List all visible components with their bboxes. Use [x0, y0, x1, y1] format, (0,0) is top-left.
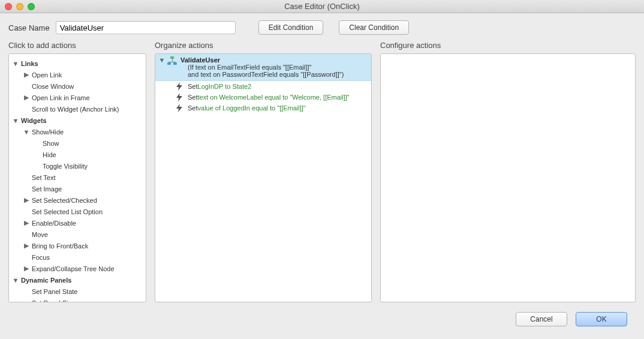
tree-item-focus[interactable]: Focus: [9, 251, 146, 263]
chevron-right-icon: ▶: [23, 220, 29, 226]
titlebar: Case Editor (OnClick): [0, 0, 644, 13]
lightning-icon: [176, 93, 183, 101]
case-name-input[interactable]: [56, 21, 236, 34]
dialog-footer: Cancel OK: [0, 308, 644, 332]
tree-item-scroll-to-widget[interactable]: Scroll to Widget (Anchor Link): [9, 103, 146, 115]
tree-item-expand-collapse[interactable]: ▶Expand/Collapse Tree Node: [9, 263, 146, 274]
tree-item-open-link[interactable]: ▶Open Link: [9, 69, 146, 80]
window-controls: [5, 3, 35, 10]
tree-item-set-panel-size[interactable]: Set Panel Size: [9, 297, 146, 302]
add-actions-header: Click to add actions: [8, 40, 146, 53]
window-title: Case Editor (OnClick): [0, 2, 644, 11]
tree-category-widgets[interactable]: ▼Widgets: [9, 115, 146, 126]
organize-actions-header: Organize actions: [155, 40, 372, 53]
action-row[interactable]: Set value of LoggedIn equal to "[[Email]…: [155, 103, 371, 113]
svg-marker-0: [176, 82, 182, 91]
svg-marker-1: [176, 93, 182, 101]
chevron-down-icon: ▼: [23, 129, 29, 135]
chevron-down-icon: ▼: [13, 118, 19, 124]
case-icon: [167, 56, 177, 65]
actions-tree: ▼Links ▶Open Link Close Window ▶Open Lin…: [9, 54, 146, 302]
tree-item-set-selected-list[interactable]: Set Selected List Option: [9, 206, 146, 217]
chevron-right-icon: ▶: [23, 266, 29, 272]
actions-tree-panel: ▼Links ▶Open Link Close Window ▶Open Lin…: [8, 53, 146, 302]
tree-item-show-hide[interactable]: ▼Show/Hide: [9, 126, 146, 137]
configure-actions-header: Configure actions: [380, 40, 636, 53]
chevron-down-icon: ▼: [13, 61, 19, 67]
chevron-right-icon: ▶: [23, 95, 29, 101]
chevron-right-icon: ▶: [23, 243, 29, 249]
lightning-icon: [176, 82, 183, 91]
cancel-button[interactable]: Cancel: [516, 312, 567, 326]
action-value: text on WelcomeLabel equal to "Welcome, …: [198, 94, 350, 101]
case-condition-line2: and text on PasswordTextField equals "[[…: [180, 71, 368, 78]
action-row[interactable]: Set text on WelcomeLabel equal to "Welco…: [155, 92, 371, 103]
tree-item-close-window[interactable]: Close Window: [9, 80, 146, 92]
zoom-window-icon[interactable]: [28, 3, 35, 10]
chevron-down-icon: ▼: [159, 57, 165, 63]
tree-category-links[interactable]: ▼Links: [9, 58, 146, 69]
tree-item-set-image[interactable]: Set Image: [9, 183, 146, 194]
tree-item-hide[interactable]: Hide: [9, 149, 146, 160]
close-window-icon[interactable]: [5, 3, 12, 10]
case-header-row: Case Name Edit Condition Clear Condition: [0, 13, 644, 40]
add-actions-column: Click to add actions ▼Links ▶Open Link C…: [8, 40, 146, 302]
tree-item-set-selected[interactable]: ▶Set Selected/Checked: [9, 194, 146, 206]
chevron-right-icon: ▶: [23, 72, 29, 78]
action-prefix: Set: [188, 104, 198, 112]
lightning-icon: [176, 104, 183, 112]
chevron-down-icon: ▼: [13, 277, 19, 283]
clear-condition-button[interactable]: Clear Condition: [339, 20, 409, 35]
action-value: value of LoggedIn equal to "[[Email]]": [198, 104, 306, 112]
tree-item-bring-front-back[interactable]: ▶Bring to Front/Back: [9, 240, 146, 251]
tree-item-move[interactable]: Move: [9, 229, 146, 240]
case-condition-line1: (If text on EmailTextField equals "[[Ema…: [180, 64, 368, 71]
organize-actions-panel: ▼ ValidateUser (If text on EmailTextFiel…: [155, 53, 372, 302]
chevron-right-icon: ▶: [23, 197, 29, 203]
svg-marker-2: [176, 104, 182, 112]
action-prefix: Set: [188, 83, 198, 90]
action-prefix: Set: [188, 94, 198, 101]
tree-category-dynamic-panels[interactable]: ▼Dynamic Panels: [9, 274, 146, 286]
tree-item-set-panel-state[interactable]: Set Panel State: [9, 286, 146, 297]
ok-button[interactable]: OK: [576, 312, 627, 326]
edit-condition-button[interactable]: Edit Condition: [258, 20, 324, 35]
organize-actions-column: Organize actions ▼ ValidateUser (If text…: [155, 40, 372, 302]
case-header[interactable]: ▼ ValidateUser (If text on EmailTextFiel…: [155, 54, 371, 81]
configure-actions-column: Configure actions: [380, 40, 636, 302]
tree-item-open-link-frame[interactable]: ▶Open Link in Frame: [9, 92, 146, 103]
case-name-text: ValidateUser: [180, 56, 368, 64]
action-value: LogInDP to State2: [198, 83, 252, 90]
tree-item-set-text[interactable]: Set Text: [9, 172, 146, 183]
case-name-label: Case Name: [8, 23, 50, 32]
tree-item-toggle-visibility[interactable]: Toggle Visibility: [9, 160, 146, 172]
tree-item-enable-disable[interactable]: ▶Enable/Disable: [9, 217, 146, 229]
action-row[interactable]: Set LogInDP to State2: [155, 81, 371, 92]
minimize-window-icon[interactable]: [16, 3, 23, 10]
configure-actions-panel: [380, 53, 636, 302]
tree-item-show[interactable]: Show: [9, 137, 146, 149]
